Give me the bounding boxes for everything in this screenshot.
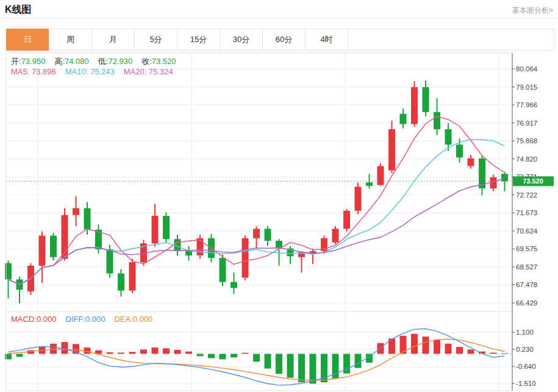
y-axis-label: 76.917 bbox=[516, 119, 537, 127]
y-axis-label: 68.527 bbox=[516, 263, 537, 271]
y-axis-label: 75.868 bbox=[516, 137, 537, 144]
ma10-line bbox=[9, 140, 505, 285]
macd-bar bbox=[310, 354, 317, 383]
macd-pane bbox=[5, 329, 512, 385]
interval-tab-30分[interactable]: 30分 bbox=[220, 29, 263, 51]
candle bbox=[242, 236, 249, 280]
interval-tab-4时[interactable]: 4时 bbox=[305, 29, 348, 51]
macd-bar bbox=[152, 347, 159, 354]
macd-info-row: MACD:0.000DIFF:0.000DEA:0.000 bbox=[11, 315, 162, 324]
ma10-value: MA10: 75.243 bbox=[65, 67, 115, 76]
current-price-badge: 73.520 bbox=[513, 176, 554, 186]
kline-page: { "header": { "title": "K线图", "link_labe… bbox=[0, 0, 558, 392]
candle bbox=[287, 246, 294, 264]
macd-bar bbox=[434, 340, 440, 354]
candle bbox=[185, 246, 192, 260]
macd-bar bbox=[163, 348, 170, 354]
candle bbox=[39, 231, 46, 282]
candle bbox=[253, 226, 260, 249]
candle bbox=[265, 226, 271, 246]
macd-bar bbox=[231, 354, 237, 357]
y-axis-label: 74.820 bbox=[516, 155, 537, 163]
candle bbox=[343, 209, 350, 232]
candle bbox=[411, 81, 418, 127]
fundamental-analysis-link[interactable]: 基本面分析> bbox=[512, 5, 553, 16]
candle bbox=[388, 121, 395, 173]
macd-bar bbox=[62, 342, 68, 354]
interval-tab-月[interactable]: 月 bbox=[91, 29, 135, 51]
macd-y-axis-label: 0.230 bbox=[516, 346, 534, 353]
candle bbox=[298, 251, 305, 273]
candle bbox=[163, 213, 170, 244]
y-axis-label: 72.722 bbox=[516, 191, 537, 199]
candle bbox=[332, 226, 339, 244]
y-axis-label: 67.478 bbox=[516, 281, 537, 288]
header-divider bbox=[0, 18, 558, 19]
diff-value: DIFF:0.000 bbox=[65, 315, 105, 324]
ohlc-low: 低:72.930 bbox=[98, 57, 132, 66]
y-axis-label: 66.429 bbox=[516, 299, 537, 307]
candle bbox=[479, 156, 485, 196]
y-axis-label: 79.015 bbox=[516, 84, 537, 91]
ma5-line bbox=[9, 116, 505, 285]
macd-bar bbox=[456, 347, 463, 354]
interval-tab-60分[interactable]: 60分 bbox=[262, 29, 306, 51]
interval-tab-bar: 日周月5分15分30分60分4时 bbox=[6, 29, 555, 51]
candle bbox=[310, 249, 317, 264]
kline-chart[interactable]: 80.06479.01577.96676.91775.86874.82073.7… bbox=[0, 52, 558, 392]
ma20-value: MA20: 75.324 bbox=[124, 67, 173, 76]
macd-bar bbox=[253, 354, 260, 362]
macd-bar bbox=[276, 354, 282, 374]
interval-tab-5分[interactable]: 5分 bbox=[134, 29, 177, 51]
ma-info-row: MA5: 73.896MA10: 75.243MA20: 75.324 bbox=[11, 67, 182, 76]
y-axis-label: 71.673 bbox=[516, 209, 537, 216]
macd-bar bbox=[468, 349, 474, 354]
macd-y-axis-label: 1.100 bbox=[516, 329, 534, 336]
macd-bar bbox=[208, 354, 215, 358]
ohlc-info-row: 开:73.950高:74.080低:72.930收:73.520 bbox=[11, 56, 185, 67]
interval-tab-周[interactable]: 周 bbox=[49, 29, 92, 51]
candle bbox=[95, 224, 102, 254]
macd-bar bbox=[140, 349, 147, 354]
candle bbox=[400, 109, 407, 128]
macd-bar bbox=[355, 354, 362, 368]
macd-value: MACD:0.000 bbox=[11, 315, 56, 324]
candle bbox=[468, 155, 474, 169]
macd-bar bbox=[50, 344, 57, 354]
candle bbox=[27, 263, 34, 295]
interval-tab-日[interactable]: 日 bbox=[6, 29, 49, 51]
current-price-badge-label: 73.520 bbox=[523, 177, 543, 185]
candle bbox=[16, 277, 23, 304]
y-axis-label: 77.966 bbox=[516, 101, 537, 109]
ohlc-close: 收:73.520 bbox=[141, 57, 176, 66]
ohlc-open: 开:73.950 bbox=[11, 57, 45, 66]
candlesticks bbox=[5, 80, 508, 304]
interval-tab-15分[interactable]: 15分 bbox=[177, 29, 220, 51]
macd-bar bbox=[220, 354, 226, 359]
macd-bar bbox=[129, 352, 136, 354]
y-axis-label: 80.064 bbox=[516, 65, 538, 73]
macd-bar bbox=[197, 354, 204, 356]
macd-bar bbox=[118, 352, 124, 354]
candle bbox=[129, 259, 136, 293]
macd-bar bbox=[445, 344, 452, 354]
candle bbox=[197, 235, 204, 258]
candle bbox=[231, 273, 237, 294]
candle bbox=[355, 182, 362, 214]
candle bbox=[423, 80, 429, 116]
y-axis-label: 69.575 bbox=[516, 245, 537, 252]
ma5-value: MA5: 73.896 bbox=[11, 67, 56, 76]
macd-bar bbox=[298, 354, 305, 382]
macd-bar bbox=[16, 354, 23, 357]
y-axis-label: 70.624 bbox=[516, 227, 538, 235]
page-title: K线图 bbox=[5, 4, 32, 16]
macd-bar bbox=[84, 347, 91, 354]
macd-bar bbox=[287, 354, 294, 377]
candle bbox=[73, 196, 79, 226]
macd-bar bbox=[265, 354, 271, 368]
dea-value: DEA:0.000 bbox=[114, 315, 152, 324]
macd-bar bbox=[185, 352, 192, 354]
macd-bar bbox=[174, 350, 181, 354]
macd-bar bbox=[242, 353, 249, 354]
candle bbox=[377, 163, 384, 186]
